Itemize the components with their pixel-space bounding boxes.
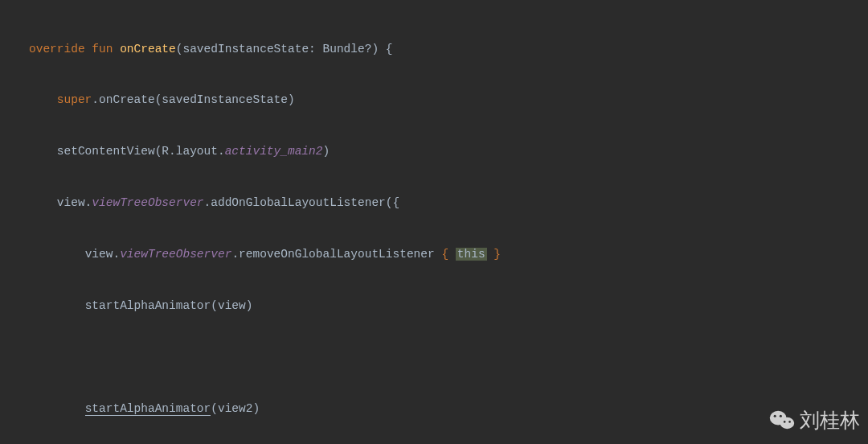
keyword-override: override [29,43,85,56]
call: .onCreate(savedInstanceState) [92,93,294,106]
code-line[interactable]: view.viewTreeObserver.addOnGlobalLayoutL… [29,195,868,212]
prop-viewTreeObserver: viewTreeObserver [120,248,231,261]
text: setContentView(R.layout. [57,145,225,158]
params: (savedInstanceState: Bundle?) [176,43,379,56]
text: .removeOnGlobalLayoutListener [231,248,441,261]
code-line[interactable]: override fun onCreate(savedInstanceState… [29,41,868,58]
text: startAlphaAnimator(view) [85,299,253,312]
code-line[interactable] [29,349,868,366]
code-editor[interactable]: override fun onCreate(savedInstanceState… [0,0,868,444]
text: view. [57,196,92,209]
code-line[interactable]: setContentView(R.layout.activity_main2) [29,143,868,160]
prop-viewTreeObserver: viewTreeObserver [92,196,203,209]
keyword-fun: fun [92,43,113,56]
text: .addOnGlobalLayoutListener({ [204,196,400,209]
fn-startAlphaAnimator-link[interactable]: startAlphaAnimator [85,402,211,416]
brace: { [379,43,392,56]
code-line[interactable]: super.onCreate(savedInstanceState) [29,92,868,109]
keyword-super: super [57,93,92,106]
keyword-this: this [456,248,487,261]
code-line[interactable]: view.viewTreeObserver.removeOnGlobalLayo… [29,246,868,263]
text: view. [85,248,121,261]
layout-literal: activity_main2 [225,145,323,158]
code-line[interactable]: startAlphaAnimator(view2) [29,401,868,417]
code-line[interactable]: startAlphaAnimator(view) [29,298,868,314]
fn-onCreate: onCreate [120,43,176,56]
brace: } [487,248,501,261]
text: (view2) [211,402,260,415]
text: ) [322,145,330,158]
brace: { [441,248,448,261]
